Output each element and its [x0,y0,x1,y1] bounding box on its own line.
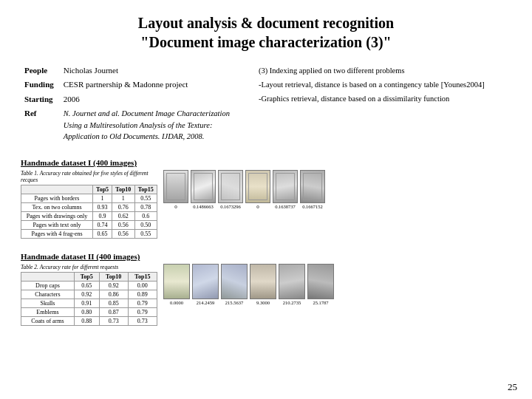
slide: Layout analysis & document recognition "… [0,0,532,399]
dataset1-table: Table 1. Accuracy rate obtained for five… [21,170,157,239]
main-content: People Nicholas Journet Funding CESR par… [21,64,511,392]
title-line1: Layout analysis & document recognition [138,15,394,31]
dataset2-title: Handmade dataset II (400 images) [21,252,250,261]
dataset2-block: Table 2. Accuracy rate for different req… [21,264,250,326]
ref-label: Ref [21,106,60,143]
doc-image-9: 215.5637 [221,264,248,305]
desc-line2: -Layout retrieval, distance is based on … [259,79,511,91]
doc-image-2: 0.1486663 [191,170,216,209]
table-row: Coats of arms0.880.730.73 [21,317,157,326]
right-column: (3) Indexing applied on two different pr… [259,64,511,392]
table-row: Ref N. Journet and al. Document Image Ch… [21,106,250,143]
starting-label: Starting [21,92,60,106]
table-row: People Nicholas Journet [21,64,250,78]
people-value: Nicholas Journet [60,64,250,78]
dataset2-table: Table 2. Accuracy rate for different req… [21,264,157,326]
table-row: Pages with borders110.55 [21,194,157,203]
dataset1-section: Handmade dataset I (400 images) Table 1.… [21,158,250,245]
table-row: Drop caps0.650.920.00 [21,282,157,290]
desc-line1: (3) Indexing applied on two different pr… [259,65,511,77]
doc-image-3: 0.1673296 [218,170,243,209]
table-row: Pages with text only0.740.560.50 [21,221,157,230]
table-row: Emblems0.800.870.79 [21,308,157,317]
info-table: People Nicholas Journet Funding CESR par… [21,64,250,143]
doc-image-7: 0.0000 [163,264,190,305]
funding-label: Funding [21,78,60,92]
table-row: Pages with 4 frag-ens0.650.560.55 [21,230,157,239]
table-row: Tex. on two columns0.930.760.78 [21,203,157,212]
ref-value: N. Journet and al. Document Image Charac… [60,106,250,143]
dataset2-data-table: Top5 Top10 Top15 Drop caps0.650.920.00 C… [21,272,157,326]
funding-value: CESR partnership & Madonne project [60,78,250,92]
left-column: People Nicholas Journet Funding CESR par… [21,64,250,392]
dataset1-block: Table 1. Accuracy rate obtained for five… [21,170,250,239]
dataset2-section: Handmade dataset II (400 images) Table 2… [21,252,250,332]
doc-image-1: 0 [163,170,188,210]
doc-image-8: 214.2459 [192,264,219,305]
table-row: Skulls0.910.850.79 [21,299,157,308]
dataset1-title: Handmade dataset I (400 images) [21,158,250,167]
page-number: 25 [508,381,517,393]
table-row: Starting 2006 [21,92,250,106]
people-label: People [21,64,60,78]
table-row: Characters0.920.860.89 [21,290,157,299]
table-row: Pages with drawings only0.90.620.6 [21,212,157,221]
title-line2: "Document image characterization (3)" [140,34,391,50]
dataset1-data-table: Top5 Top10 Top15 Pages with borders110.5… [21,185,157,239]
table-row: Funding CESR partnership & Madonne proje… [21,78,250,92]
starting-value: 2006 [60,92,250,106]
desc-line3: -Graphics retrieval, distance based on a… [259,93,511,105]
slide-title: Layout analysis & document recognition "… [21,13,511,52]
